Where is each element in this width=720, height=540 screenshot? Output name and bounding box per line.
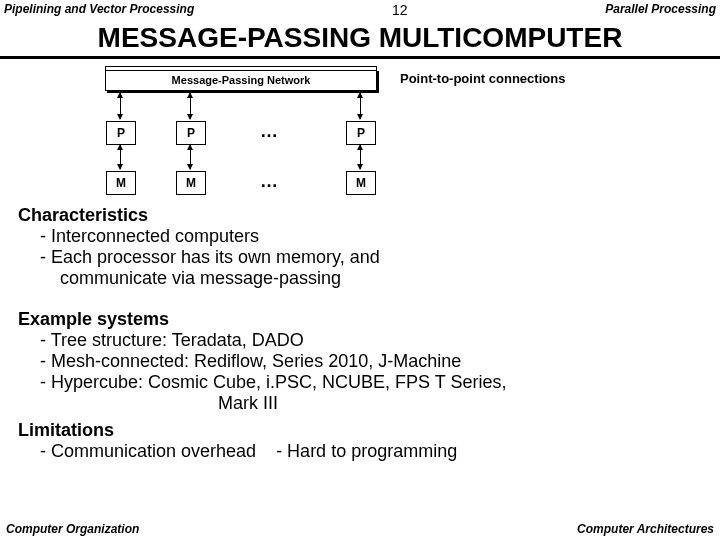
- slide-body: Characteristics - Interconnected compute…: [0, 205, 720, 462]
- examples-item: - Hypercube: Cosmic Cube, i.PSC, NCUBE, …: [40, 372, 702, 393]
- network-box: Message-Passing Network: [105, 69, 377, 91]
- page-number: 12: [392, 2, 408, 18]
- memory-node: M: [106, 171, 136, 195]
- slide-footer: Computer Organization Computer Architect…: [0, 522, 720, 536]
- examples-item: - Tree structure: Teradata, DADO: [40, 330, 702, 351]
- arrow-p-m1: [120, 145, 121, 169]
- examples-heading: Example systems: [18, 309, 702, 330]
- ellipsis: …: [260, 121, 278, 142]
- memory-node: M: [176, 171, 206, 195]
- slide-title: MESSAGE-PASSING MULTICOMPUTER: [0, 22, 720, 54]
- processor-node: P: [346, 121, 376, 145]
- ellipsis: …: [260, 171, 278, 192]
- footer-right: Computer Architectures: [577, 522, 714, 536]
- arrow-p-mn: [360, 145, 361, 169]
- characteristics-item-cont: communicate via message-passing: [60, 268, 702, 289]
- title-rule: [0, 56, 720, 59]
- limitations-item: - Communication overhead: [40, 441, 256, 461]
- processor-node: P: [106, 121, 136, 145]
- limitations-line: - Communication overhead - Hard to progr…: [40, 441, 702, 462]
- arrow-net-pn: [360, 93, 361, 119]
- arrow-net-p2: [190, 93, 191, 119]
- memory-node: M: [346, 171, 376, 195]
- header-right: Parallel Processing: [605, 2, 716, 16]
- limitations-heading: Limitations: [18, 420, 702, 441]
- arrow-net-p1: [120, 93, 121, 119]
- limitations-item: - Hard to programming: [276, 441, 457, 461]
- architecture-diagram: Message-Passing Network Point-to-point c…: [80, 69, 480, 199]
- footer-left: Computer Organization: [6, 522, 139, 536]
- characteristics-item: - Interconnected computers: [40, 226, 702, 247]
- characteristics-heading: Characteristics: [18, 205, 702, 226]
- ptp-label: Point-to-point connections: [400, 71, 565, 86]
- examples-item: - Mesh-connected: Rediflow, Series 2010,…: [40, 351, 702, 372]
- header-left: Pipelining and Vector Processing: [4, 2, 194, 16]
- arrow-p-m2: [190, 145, 191, 169]
- characteristics-item: - Each processor has its own memory, and: [40, 247, 702, 268]
- slide-header: Pipelining and Vector Processing 12 Para…: [0, 0, 720, 18]
- processor-node: P: [176, 121, 206, 145]
- examples-item-cont: Mark III: [218, 393, 702, 414]
